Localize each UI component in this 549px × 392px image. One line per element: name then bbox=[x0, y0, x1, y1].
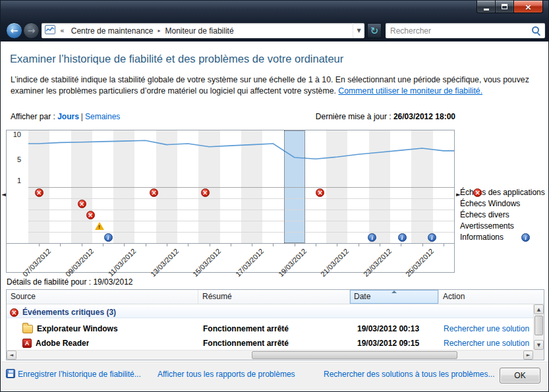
legend-label: Échecs Windows bbox=[460, 199, 545, 210]
column-header-date-label: Date bbox=[354, 292, 370, 301]
event-row-divider bbox=[28, 221, 454, 221]
search-icon[interactable] bbox=[531, 26, 541, 36]
error-icon[interactable] bbox=[78, 200, 86, 208]
info-icon[interactable] bbox=[428, 233, 436, 242]
error-icon[interactable] bbox=[473, 188, 482, 197]
address-dropdown-button[interactable]: ▼ bbox=[353, 23, 364, 38]
warning-icon[interactable] bbox=[95, 222, 104, 231]
y-tick-1: 1 bbox=[8, 177, 21, 184]
view-days-link[interactable]: Jours bbox=[57, 112, 79, 121]
table-row[interactable]: Adobe ReaderFonctionnement arrêté19/03/2… bbox=[7, 336, 533, 350]
stability-line-chart bbox=[28, 130, 454, 187]
breadcrumb-item-moniteur-fiabilite[interactable]: Moniteur de fiabilité bbox=[161, 26, 238, 36]
x-tick bbox=[39, 244, 40, 246]
x-tick bbox=[188, 244, 188, 246]
column-header-resume[interactable]: Résumé bbox=[198, 290, 350, 304]
address-bar[interactable]: « Centre de maintenance ▸ Moniteur de fi… bbox=[42, 23, 364, 38]
save-reliability-history-link[interactable]: Enregistrer l’historique de fiabilité... bbox=[18, 370, 141, 379]
last-update-value: 26/03/2012 18:00 bbox=[393, 112, 455, 121]
page-title: Examiner l’historique de fiabilité et de… bbox=[10, 53, 343, 65]
error-icon bbox=[10, 308, 18, 317]
horizontal-scrollbar[interactable]: ◄ ► bbox=[7, 350, 533, 360]
x-tick bbox=[422, 244, 423, 246]
legend-label: Avertissements bbox=[460, 221, 545, 233]
page-description: L’indice de stabilité indique la stabili… bbox=[11, 74, 544, 97]
error-icon[interactable] bbox=[201, 188, 210, 197]
column-header-action[interactable]: Action bbox=[439, 290, 533, 304]
chart-plot-area bbox=[28, 130, 454, 243]
info-icon[interactable] bbox=[104, 233, 113, 242]
column-header-source[interactable]: Source bbox=[7, 290, 198, 304]
error-icon[interactable] bbox=[86, 211, 95, 219]
back-button[interactable]: ← bbox=[6, 22, 22, 39]
selected-day-outline[interactable] bbox=[284, 130, 305, 243]
check-solutions-all-problems-link[interactable]: Rechercher des solutions à tous les prob… bbox=[324, 370, 494, 379]
view-by-toolbar: Afficher par : Jours|Semaines bbox=[11, 112, 120, 121]
refresh-button[interactable]: ↻ bbox=[367, 23, 382, 38]
scroll-right-icon[interactable]: ► bbox=[523, 350, 533, 360]
error-icon[interactable] bbox=[316, 188, 324, 197]
vertical-scroll-thumb[interactable] bbox=[535, 316, 543, 335]
scroll-left-icon[interactable]: ◄ bbox=[7, 350, 16, 360]
x-tick bbox=[316, 244, 316, 246]
view-weeks-link[interactable]: Semaines bbox=[85, 112, 120, 121]
x-tick bbox=[231, 244, 231, 246]
error-icon[interactable] bbox=[35, 188, 43, 197]
legend-label: Informations bbox=[460, 233, 545, 244]
summary-cell: Fonctionnement arrêté bbox=[198, 324, 350, 333]
group-label: Événements critiques (3) bbox=[22, 308, 116, 317]
summary-cell: Fonctionnement arrêté bbox=[198, 339, 350, 348]
search-input[interactable] bbox=[386, 26, 531, 36]
forward-arrow-icon: → bbox=[28, 26, 36, 35]
breadcrumb-overflow-icon[interactable]: « bbox=[57, 26, 67, 35]
folder-icon bbox=[22, 325, 33, 333]
close-button[interactable]: × bbox=[513, 1, 543, 13]
chart-scroll-right-icon[interactable]: ► bbox=[456, 191, 461, 198]
x-tick bbox=[401, 244, 401, 246]
event-row-divider bbox=[28, 198, 454, 199]
forward-button[interactable]: → bbox=[23, 22, 40, 39]
maximize-button[interactable] bbox=[496, 1, 513, 13]
x-tick bbox=[103, 244, 103, 246]
info-icon[interactable] bbox=[521, 233, 530, 242]
critical-events-group-row[interactable]: Événements critiques (3) bbox=[7, 307, 533, 318]
footer-bar: Enregistrer l’historique de fiabilité...… bbox=[1, 362, 548, 391]
event-row-divider bbox=[28, 210, 454, 210]
chart-scroll-left-icon[interactable]: ◄ bbox=[1, 191, 6, 198]
minimize-button[interactable] bbox=[477, 1, 496, 13]
ok-button[interactable]: OK bbox=[500, 368, 540, 383]
column-header-date[interactable]: Date bbox=[350, 290, 439, 304]
breadcrumb-item-centre-maintenance[interactable]: Centre de maintenance bbox=[67, 26, 158, 36]
help-link[interactable]: Comment utiliser le moniteur de fiabilit… bbox=[338, 86, 482, 96]
scroll-up-icon[interactable]: ▲ bbox=[534, 304, 544, 314]
horizontal-scroll-thumb[interactable] bbox=[252, 351, 457, 359]
save-icon[interactable] bbox=[6, 369, 15, 378]
info-icon[interactable] bbox=[398, 233, 407, 242]
last-update-label: Dernière mise à jour : bbox=[316, 112, 391, 121]
info-icon[interactable] bbox=[368, 233, 376, 242]
event-row-divider bbox=[28, 232, 454, 233]
x-tick bbox=[146, 244, 146, 246]
view-all-problem-reports-link[interactable]: Afficher tous les rapports de problèmes bbox=[158, 370, 295, 379]
search-solution-link[interactable]: Rechercher une solution bbox=[439, 324, 533, 333]
details-heading-date: 19/03/2012 bbox=[93, 277, 132, 287]
stability-chart: 10 5 1 07/03/201209/03/201211/03/201213/… bbox=[6, 130, 455, 273]
search-box bbox=[386, 23, 545, 38]
window-controls: × bbox=[477, 1, 543, 13]
x-axis-labels: 07/03/201209/03/201211/03/201213/03/2012… bbox=[28, 244, 454, 272]
scroll-down-icon[interactable]: ▼ bbox=[534, 340, 544, 350]
table-row[interactable]: Explorateur WindowsFonctionnement arrêté… bbox=[7, 322, 533, 336]
reliability-monitor-window: × ← → « Centre de maintenance ▸ Moniteur… bbox=[0, 0, 549, 392]
minimize-icon bbox=[484, 9, 489, 11]
plot-icon-divider bbox=[28, 187, 454, 188]
close-icon: × bbox=[525, 1, 532, 13]
vertical-scrollbar[interactable]: ▲ ▼ bbox=[533, 304, 544, 350]
error-icon[interactable] bbox=[150, 188, 158, 197]
search-solution-link[interactable]: Rechercher une solution bbox=[439, 339, 533, 348]
details-heading: Détails de fiabilité pour : 19/03/2012 bbox=[7, 277, 132, 287]
view-options-separator: | bbox=[79, 112, 85, 121]
x-tick bbox=[252, 244, 252, 246]
x-tick bbox=[60, 244, 61, 246]
x-tick bbox=[337, 244, 337, 246]
scrollbar-corner bbox=[533, 350, 544, 360]
